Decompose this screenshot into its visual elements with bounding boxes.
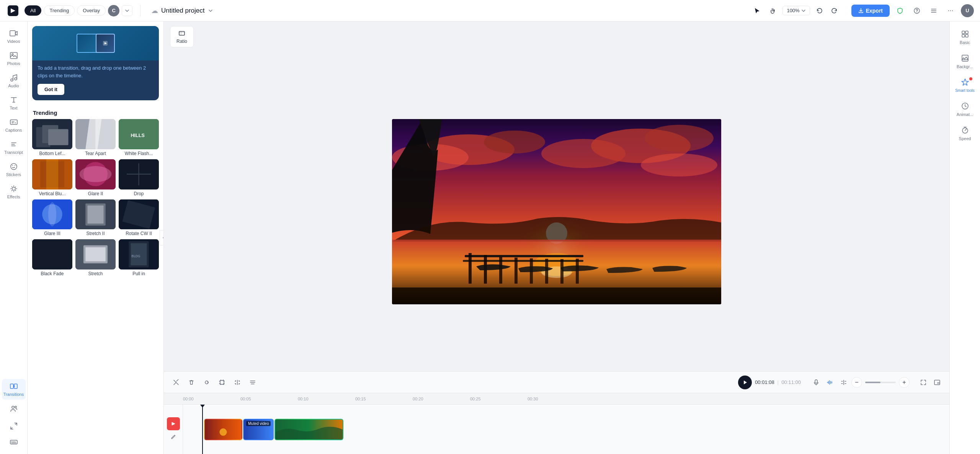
sticker-icon	[10, 162, 18, 171]
sidebar-item-captions[interactable]: Captions	[2, 115, 26, 136]
ruler-mark-1: 00:05	[240, 397, 251, 401]
sidebar-item-transitions[interactable]: Transitions	[2, 379, 26, 400]
loop-btn[interactable]	[201, 376, 213, 389]
transition-item-3[interactable]: HILLS White Flash...	[119, 119, 159, 156]
time-display: 00:01:08 | 00:11:00	[755, 379, 801, 385]
filter-all-btn[interactable]: All	[24, 5, 41, 16]
track-controls	[164, 405, 183, 454]
transition-label-10: Black Fade	[32, 271, 72, 276]
svg-rect-6	[10, 31, 15, 36]
zoom-in-btn[interactable]: +	[899, 377, 910, 388]
track-edit-btn[interactable]	[168, 432, 179, 442]
export-btn[interactable]: Export	[851, 5, 890, 17]
right-panel-basic[interactable]: Basic	[952, 26, 978, 49]
user-avatar[interactable]: U	[961, 4, 974, 17]
filter-overlay-btn[interactable]: Overlay	[77, 5, 106, 16]
zoom-slider[interactable]	[865, 382, 896, 383]
flip-btn[interactable]	[231, 376, 243, 389]
svg-rect-84	[937, 382, 939, 384]
more-btn[interactable]: ···	[944, 4, 957, 17]
svg-point-9	[11, 79, 13, 81]
transition-item-4[interactable]: Vertical Blu...	[32, 159, 72, 196]
help-btn[interactable]	[910, 4, 923, 17]
filter-trending-btn[interactable]: Trending	[44, 5, 75, 16]
transition-item-11[interactable]: Stretch	[75, 239, 116, 276]
svg-point-36	[80, 166, 112, 182]
menu-btn[interactable]	[927, 4, 940, 17]
zoom-slider-fill	[865, 382, 880, 383]
ratio-btn[interactable]: Ratio	[170, 26, 194, 47]
filter-c-btn[interactable]: C	[108, 5, 119, 16]
sidebar-item-photos[interactable]: Photos	[2, 48, 26, 69]
sidebar-item-keyboard[interactable]	[2, 435, 26, 449]
pip-btn[interactable]	[931, 376, 943, 389]
svg-point-13	[12, 187, 15, 190]
svg-point-10	[15, 78, 17, 80]
track-clip-2[interactable]: Muted video	[243, 419, 274, 440]
split-btn[interactable]	[838, 376, 850, 389]
crop-btn[interactable]	[216, 376, 228, 389]
more-timeline-btn[interactable]	[247, 376, 259, 389]
sidebar-item-videos[interactable]: Videos	[2, 26, 26, 47]
select-tool-btn[interactable]	[750, 4, 763, 17]
filter-dropdown-btn[interactable]	[122, 5, 132, 16]
transition-item-8[interactable]: Stretch II	[75, 199, 116, 237]
smart-tools-label: Smart tools	[955, 88, 975, 93]
mic-btn[interactable]	[810, 376, 822, 389]
hand-tool-btn[interactable]	[766, 4, 779, 17]
delete-btn[interactable]	[185, 376, 198, 389]
track-clip-1[interactable]	[204, 419, 242, 440]
track-clip-3[interactable]	[274, 419, 343, 440]
cloud-icon: ☁	[151, 7, 158, 15]
sidebar-item-stickers[interactable]: Stickers	[2, 159, 26, 180]
fullscreen-btn[interactable]	[917, 376, 929, 389]
sidebar-item-expand[interactable]	[2, 419, 26, 433]
app-logo[interactable]	[6, 4, 20, 18]
transition-item-10[interactable]: Black Fade	[32, 239, 72, 276]
sound-wave-btn[interactable]	[824, 376, 836, 389]
transition-item-1[interactable]: Bottom Lef...	[32, 119, 72, 156]
total-time: 00:11:00	[781, 379, 801, 385]
transition-label-3: White Flash...	[119, 151, 159, 156]
got-it-btn[interactable]: Got it	[38, 84, 64, 95]
svg-rect-74	[545, 259, 548, 284]
zoom-out-btn[interactable]: −	[851, 377, 862, 388]
basic-label: Basic	[960, 40, 970, 45]
panel-collapse-btn[interactable]	[160, 230, 164, 245]
tip-image	[32, 26, 159, 60]
zoom-value: 100%	[787, 8, 799, 13]
right-panel-animate[interactable]: Animat...	[952, 98, 978, 121]
tip-text: To add a transition, drag and drop one b…	[32, 60, 159, 81]
right-panel-speed[interactable]: Speed	[952, 122, 978, 145]
track-mute-btn[interactable]	[167, 417, 180, 430]
ratio-icon	[178, 29, 186, 37]
trim-btn[interactable]	[170, 376, 182, 389]
transition-item-5[interactable]: Glare II	[75, 159, 116, 196]
transition-label-4: Vertical Blu...	[32, 191, 72, 196]
preview-area: Ratio	[164, 21, 949, 454]
sidebar-item-transcript[interactable]: Transcript	[2, 137, 26, 158]
transcript-icon	[10, 140, 18, 149]
transition-item-12[interactable]: BLDG Pull in	[119, 239, 159, 276]
svg-point-64	[541, 139, 626, 168]
sidebar-item-people[interactable]	[2, 401, 26, 417]
transition-item-6[interactable]: Drop	[119, 159, 159, 196]
svg-rect-79	[392, 287, 721, 304]
redo-btn[interactable]	[828, 4, 841, 17]
zoom-selector[interactable]: 100%	[782, 6, 810, 15]
sidebar-item-text[interactable]: Text	[2, 93, 26, 113]
transition-item-7[interactable]: Glare III	[32, 199, 72, 237]
undo-btn[interactable]	[813, 4, 826, 17]
sidebar-item-effects[interactable]: Effects	[2, 181, 26, 202]
sidebar-captions-label: Captions	[5, 128, 22, 132]
shield-btn[interactable]	[893, 4, 906, 17]
right-panel-background[interactable]: Backgr...	[952, 50, 978, 73]
transition-item-9[interactable]: Rotate CW II	[119, 199, 159, 237]
right-panel-smart-tools[interactable]: Smart tools	[952, 74, 978, 96]
transition-thumb-6	[119, 159, 159, 189]
chevron-down-icon[interactable]	[207, 8, 214, 14]
transition-item-2[interactable]: Tear Apart	[75, 119, 116, 156]
play-btn[interactable]	[738, 376, 752, 389]
ratio-toolbar: Ratio	[164, 21, 949, 52]
sidebar-item-audio[interactable]: Audio	[2, 70, 26, 91]
